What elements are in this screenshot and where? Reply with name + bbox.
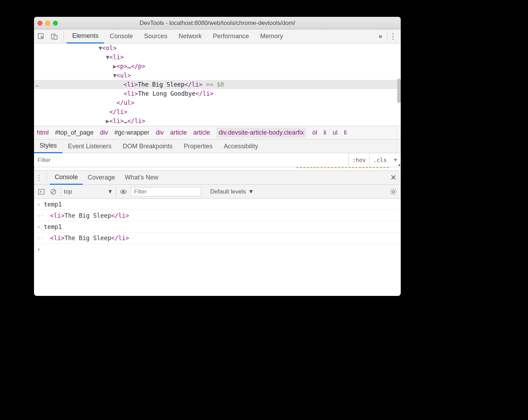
console-prompt[interactable]: › [34,244,401,255]
divider [63,32,64,41]
box-model-preview [296,167,389,170]
svg-line-14 [395,193,395,194]
breadcrumb-item[interactable]: ol [312,129,317,136]
drawer-tabbar: ⋮ ConsoleCoverageWhat's New ✕ [34,171,401,185]
close-drawer-button[interactable]: ✕ [386,173,401,182]
main-tabbar: ElementsConsoleSourcesNetworkPerformance… [34,29,401,43]
dom-node[interactable]: ▶<li>…</li> [34,116,401,126]
svg-line-13 [391,189,392,190]
dom-node[interactable]: </ul> [34,98,401,107]
overflow-tabs[interactable]: » [374,29,386,43]
cls-toggle[interactable]: .cls [370,153,390,167]
styles-panel-body [34,167,401,171]
log-levels-selector[interactable]: Default levels▼ [204,188,254,195]
traffic-lights [38,21,70,26]
breadcrumb-item[interactable]: #top_of_page [55,129,94,136]
console-settings-icon[interactable] [389,187,398,196]
breadcrumb-item[interactable]: article [170,129,187,136]
console-input-row[interactable]: ›temp1 [34,199,401,210]
dom-node[interactable]: ▼<li> [34,53,401,62]
breadcrumb-item[interactable]: div [100,129,108,136]
styles-tab-properties[interactable]: Properties [178,139,218,153]
svg-point-8 [392,191,394,193]
breadcrumb-item[interactable]: div.devsite-article-body.clearfix [216,128,306,138]
maximize-icon[interactable] [53,21,58,26]
styles-filter-bar: :hov .cls + ◢ [34,153,401,167]
drawer-tab-console[interactable]: Console [50,171,83,185]
styles-tab-styles[interactable]: Styles [34,139,62,153]
new-style-rule-button[interactable]: + ◢ [390,153,401,167]
styles-tab-accessibility[interactable]: Accessibility [218,139,264,153]
styles-tab-dom-breakpoints[interactable]: DOM Breakpoints [117,139,178,153]
tab-sources[interactable]: Sources [138,29,173,43]
breadcrumb-item[interactable]: #gc-wrapper [114,129,149,136]
dom-node[interactable]: ▼<ul> [34,71,401,80]
console-filter-input[interactable] [131,187,201,196]
console-output-row[interactable]: ‹·<li>The Big Sleep</li> [34,232,401,244]
clear-console-icon[interactable] [49,187,58,196]
dom-node-selected[interactable]: … <li>The Big Sleep</li> == $0 [34,80,401,89]
drawer-tab-coverage[interactable]: Coverage [83,171,120,185]
inspect-icon[interactable] [36,32,46,41]
tab-performance[interactable]: Performance [207,29,255,43]
svg-line-15 [391,193,392,194]
styles-filter-input[interactable] [34,153,349,167]
styles-tab-event-listeners[interactable]: Event Listeners [62,139,117,153]
close-icon[interactable] [38,21,42,26]
console-input-row[interactable]: ›temp1 [34,221,401,232]
breadcrumb-item[interactable]: html [37,129,49,136]
hov-toggle[interactable]: :hov [349,153,370,167]
breadcrumb-item[interactable]: ul [333,129,338,136]
context-selector[interactable]: top ▼ [61,187,116,197]
titlebar: DevTools - localhost:8080/web/tools/chro… [34,17,401,29]
device-toggle-icon[interactable] [49,32,59,41]
dom-breadcrumb: html#top_of_pagediv#gc-wrapperdivarticle… [34,126,401,139]
scrollbar-thumb[interactable] [397,79,401,103]
kebab-menu-icon[interactable]: ⋮ [388,32,398,41]
styles-tabbar: StylesEvent ListenersDOM BreakpointsProp… [34,139,401,153]
breadcrumb-item[interactable]: div [156,129,164,136]
minimize-icon[interactable] [45,21,50,26]
devtools-window: DevTools - localhost:8080/web/tools/chro… [34,17,401,296]
dom-node[interactable]: ▶<p>…</p> [34,62,401,71]
svg-rect-2 [54,35,57,39]
breadcrumb-item[interactable]: article [193,129,210,136]
window-title: DevTools - localhost:8080/web/tools/chro… [70,20,364,27]
dom-node[interactable]: ▼<ol> [34,43,401,53]
kebab-menu-icon[interactable]: ⋮ [34,173,44,183]
divider [387,32,387,41]
svg-line-5 [52,190,55,194]
tab-memory[interactable]: Memory [255,29,289,43]
divider [47,173,47,183]
svg-line-16 [395,189,395,190]
tab-network[interactable]: Network [173,29,207,43]
console-toolbar: top ▼ Default levels▼ [34,185,401,199]
dom-node[interactable]: </li> [34,107,401,116]
dom-tree[interactable]: ▼<ol> ▼<li> ▶<p>…</p> ▼<ul>… <li>The Big… [34,43,401,126]
tab-console[interactable]: Console [104,29,138,43]
drawer-tab-what-s-new[interactable]: What's New [120,171,163,185]
live-expression-icon[interactable] [119,187,128,196]
console-sidebar-toggle-icon[interactable] [37,187,46,196]
console-output[interactable]: ›temp1‹·<li>The Big Sleep</li>›temp1‹·<l… [34,199,401,296]
svg-point-7 [122,191,124,193]
dom-node[interactable]: <li>The Long Goodbye</li> [34,89,401,98]
breadcrumb-item[interactable]: li [324,129,326,136]
tab-elements[interactable]: Elements [67,29,104,43]
console-output-row[interactable]: ‹·<li>The Big Sleep</li> [34,210,401,221]
breadcrumb-item[interactable]: li [344,129,347,136]
